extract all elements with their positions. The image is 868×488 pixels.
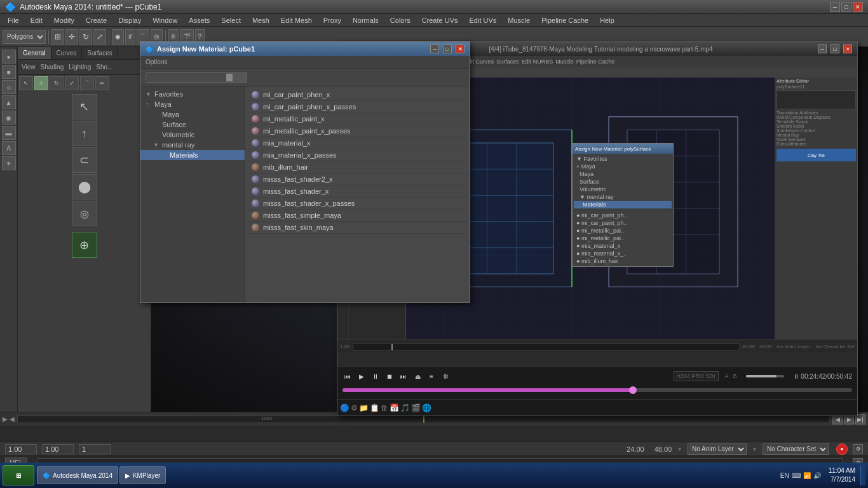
sidebar-light-icon[interactable]: ☀ [2,156,16,170]
character-set-select[interactable]: No Character Set [763,444,829,455]
material-item-10[interactable]: misss_fast_simple_maya [248,210,467,222]
material-item-1[interactable]: mi_car_paint_phen_x_passes [248,101,467,113]
toolbar-snap-grid[interactable]: # [125,29,135,44]
dialog-restore-button[interactable]: □ [443,44,452,53]
maximize-button[interactable]: □ [841,2,851,12]
menu-normals[interactable]: Normals [348,15,384,25]
material-item-11[interactable]: misss_fast_skin_maya [248,222,467,234]
tree-item-favorites[interactable]: ▼ Favorites [140,89,245,99]
material-item-3[interactable]: mi_metallic_paint_x_passes [248,125,467,137]
kmplayer-play-btn[interactable]: ▶ [356,371,367,381]
timeline-track[interactable] [0,426,868,442]
kmplayer-minimize-button[interactable]: ─ [818,44,827,53]
lasso-select-icon[interactable]: ⊂ [72,147,97,173]
polygon-mode-select[interactable]: Polygons [3,30,46,44]
kmplayer-stop-btn[interactable]: ⏹ [384,371,395,381]
kmplayer-eject-btn[interactable]: ⏏ [412,371,423,381]
subheader-lighting[interactable]: Lighting [69,64,91,71]
timeline-field2[interactable]: 1.00 [42,444,74,454]
menu-edit-mesh[interactable]: Edit Mesh [276,15,317,25]
kmplayer-config-btn[interactable]: ⚙ [440,371,451,381]
dialog-minimize-button[interactable]: ─ [430,44,439,53]
menu-file[interactable]: File [3,15,24,25]
lasso-tool-icon[interactable]: ⌒ [80,76,94,90]
menu-edit-uvs[interactable]: Edit UVs [465,15,502,25]
xyz-axes-icon[interactable]: ⊕ [72,233,97,258]
tree-item-maya2[interactable]: Maya [140,109,245,119]
select-tool-icon[interactable]: ↖ [19,76,33,90]
menu-proxy[interactable]: Proxy [318,15,346,25]
kmplayer-next-btn[interactable]: ⏭ [398,371,409,381]
minimize-button[interactable]: ─ [830,2,840,12]
menu-display[interactable]: Display [113,15,146,25]
material-item-0[interactable]: mi_car_paint_phen_x [248,89,467,101]
timeline-ruler[interactable]: 1080 [17,416,830,423]
dialog-close-button[interactable]: ✕ [456,44,465,53]
kmplayer-close-button[interactable]: ✕ [843,44,852,53]
tree-item-materials[interactable]: Materials [140,150,245,160]
subheader-shading[interactable]: Shading [41,64,64,71]
sidebar-plane-icon[interactable]: ▬ [2,126,16,140]
menu-edit[interactable]: Edit [25,15,48,25]
taskbar-item-maya[interactable]: 🔷 Autodesk Maya 2014 [37,466,118,484]
menu-muscle[interactable]: Muscle [503,15,535,25]
sidebar-cone-icon[interactable]: ▲ [2,95,16,109]
material-item-7[interactable]: misss_fast_shader2_x [248,173,467,186]
start-button[interactable]: ⊞ [3,465,34,485]
toolbar-move-tool[interactable]: ✛ [65,29,78,44]
timeline-field1[interactable]: 1.00 [5,444,37,454]
menu-create-uvs[interactable]: Create UVs [417,15,463,25]
show-desktop-btn[interactable] [860,465,865,485]
taskbar-item-kmplayer[interactable]: ▶ KMPlayer [119,466,166,484]
toolbar-rotate-tool[interactable]: ↻ [79,29,92,44]
tab-curves[interactable]: Curves [51,47,83,59]
material-item-2[interactable]: mi_metallic_paint_x [248,113,467,125]
material-item-9[interactable]: misss_fast_shader_x_passes [248,198,467,210]
subheader-view[interactable]: View [22,64,36,71]
tab-general[interactable]: General [18,47,51,59]
close-button[interactable]: ✕ [853,2,863,12]
menu-pipeline-cache[interactable]: Pipeline Cache [536,15,593,25]
rotate-tool-icon[interactable]: ↻ [50,76,64,90]
kmplayer-volume-bar[interactable] [746,375,784,377]
material-item-6[interactable]: mib_illum_hair [248,161,467,173]
paint-tool-icon[interactable]: ✏ [95,76,109,90]
move-tool-icon[interactable]: ✛ [34,76,48,90]
taskbar-clock[interactable]: 11:04 AM 7/7/2014 [824,466,860,484]
material-item-8[interactable]: misss_fast_shader_x [248,186,467,198]
kmplayer-prev-btn[interactable]: ⏮ [342,371,353,381]
menu-help[interactable]: Help [595,15,620,25]
menu-modify[interactable]: Modify [49,15,79,25]
tree-item-maya1[interactable]: + Maya [140,99,245,109]
sidebar-sphere-icon[interactable]: ● [2,50,16,64]
sidebar-cube-icon[interactable]: ■ [2,65,16,79]
kmplayer-pause-btn[interactable]: ⏸ [370,371,381,381]
tree-item-volumetric[interactable]: Volumetric [140,130,245,140]
menu-mesh[interactable]: Mesh [247,15,275,25]
tree-item-surface[interactable]: Surface [140,119,245,130]
record-button[interactable]: ● [836,444,848,455]
arrow-move-icon[interactable]: ↑ [72,121,97,146]
sidebar-text-icon[interactable]: A [2,141,16,155]
kmplayer-restore-button[interactable]: □ [831,44,839,53]
menu-window[interactable]: Window [147,15,182,25]
tree-item-mental-ray[interactable]: ▼ mental ray [140,140,245,150]
anim-layer-select[interactable]: No Anim Layer [688,444,747,455]
menu-colors[interactable]: Colors [385,15,416,25]
tab-surfaces[interactable]: Surfaces [82,47,118,59]
timeline-settings-btn[interactable]: ⚙ [853,444,863,454]
sidebar-torus-icon[interactable]: ◉ [2,111,16,125]
sidebar-cylinder-icon[interactable]: ⌾ [2,80,16,94]
menu-select[interactable]: Select [216,15,246,25]
subheader-show[interactable]: Sho... [96,64,112,71]
menu-assets[interactable]: Assets [184,15,215,25]
kmplayer-playlist-btn[interactable]: ≡ [426,371,437,381]
toolbar-scale-tool[interactable]: ⤢ [93,29,106,44]
toolbar-select-tool[interactable]: ⊞ [51,29,64,44]
timeline-field3[interactable]: 1 [79,444,111,454]
soft-mod-icon[interactable]: ◎ [72,201,97,226]
arrow-select-icon[interactable]: ↖ [72,94,97,119]
scale-tool-icon[interactable]: ⤢ [65,76,79,90]
toolbar-soft-select[interactable]: ◉ [112,29,124,44]
kmplayer-progress-bar[interactable] [342,388,852,392]
